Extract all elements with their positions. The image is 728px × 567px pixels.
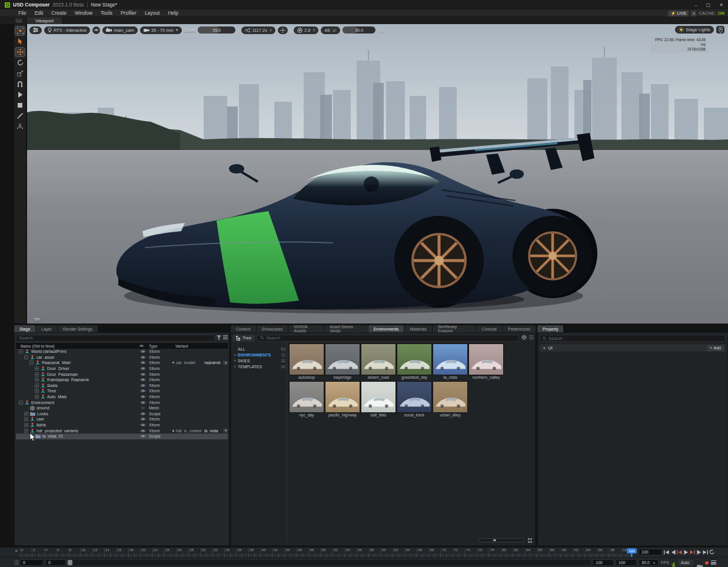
environment-item-nyc_day[interactable]: nyc_day	[289, 381, 324, 418]
expander-icon[interactable]: −	[19, 349, 23, 353]
stage-row-world-defaultprim-[interactable]: − World (defaultPrim) Xform	[16, 349, 228, 355]
category-environments[interactable]: + ENVIRONMENTS 11	[234, 352, 285, 358]
menu-create[interactable]: Create	[47, 10, 71, 16]
variant-dropdown[interactable]: ▼	[223, 361, 228, 365]
grid-view-icon[interactable]	[528, 538, 533, 543]
scale-tool-button[interactable]	[15, 69, 25, 78]
tab-viewport[interactable]: Viewport	[27, 17, 62, 24]
timeline-menu-icon[interactable]	[711, 561, 716, 565]
expander-icon[interactable]: +	[24, 429, 28, 433]
paint-tool-button[interactable]	[15, 111, 25, 120]
visibility-eye-icon[interactable]	[140, 349, 146, 353]
minimize-button[interactable]: –	[694, 2, 697, 8]
environment-item-pacific_highway[interactable]: pacific_highway	[325, 381, 360, 418]
viewport[interactable]: RTX - Interactive main_cam 35 - 70 mm ▼ …	[27, 24, 728, 323]
environment-item-grassfield_day[interactable]: grassfield_day	[397, 343, 432, 381]
play-button[interactable]	[683, 549, 689, 555]
visibility-eye-icon[interactable]	[140, 378, 146, 382]
fps-select[interactable]: 30.0▼	[639, 559, 659, 566]
prev-key-button[interactable]	[677, 549, 682, 555]
toolbar-collapse-button[interactable]: ⟨⟨	[379, 27, 383, 33]
jump-end-button[interactable]	[703, 549, 708, 555]
list-view-icon[interactable]	[529, 335, 534, 341]
tab-stage[interactable]: Stage	[14, 325, 35, 332]
tab-layer[interactable]: Layer	[36, 325, 57, 332]
timeline-close-icon[interactable]: ✕	[15, 549, 18, 553]
content-search-input[interactable]	[266, 335, 516, 341]
variant-dropdown[interactable]: ▼	[223, 428, 228, 433]
property-search-input[interactable]	[549, 336, 723, 341]
next-frame-button[interactable]	[696, 549, 702, 555]
environment-item-autoshop[interactable]: autoshop	[289, 343, 324, 381]
expander-icon[interactable]: −	[29, 361, 34, 365]
current-frame-field[interactable]: 100	[639, 549, 662, 555]
live-button[interactable]: ⚡ LIVE	[668, 11, 689, 16]
pivot-tool-button[interactable]	[15, 122, 25, 131]
thumbnail-size-slider[interactable]	[478, 538, 524, 542]
visibility-eye-icon[interactable]	[140, 406, 146, 410]
tab-showcases[interactable]: Showcases	[257, 325, 288, 332]
stage-row-koenigsegg-ragnarok[interactable]: + Koenigsegg_Ragnarok Xform	[16, 377, 228, 383]
tab-render-settings[interactable]: Render Settings	[58, 325, 98, 332]
filter-icon[interactable]	[217, 335, 221, 341]
timeline-grip-icon[interactable]	[15, 560, 18, 565]
environment-item-desert_road[interactable]: desert_road	[361, 343, 396, 381]
stage-row-ground[interactable]: + ground Mesh	[16, 405, 228, 411]
stage-row-car-asset[interactable]: − car_asset Xform	[16, 355, 228, 361]
environment-item-socal_track[interactable]: socal_track	[397, 381, 432, 418]
add-property-button[interactable]: + Add	[707, 345, 724, 351]
frame-select-tool-button[interactable]	[15, 26, 25, 35]
tab-environments[interactable]: Environments	[368, 325, 404, 332]
camera-speed-control[interactable]: 1117.2x ▲▼	[241, 26, 275, 34]
timeline-ruler[interactable]: 0246810121416182022242628303234363840424…	[20, 548, 633, 557]
stage-row-cam[interactable]: + cam Xform	[16, 416, 228, 422]
menu-profiler[interactable]: Profiler	[117, 10, 141, 16]
dock-grip-icon[interactable]	[15, 19, 22, 22]
menu-tools[interactable]: Tools	[97, 10, 117, 16]
exposure-slider[interactable]: 20.0	[343, 26, 375, 34]
range-start-field[interactable]: 0	[20, 559, 44, 566]
visibility-eye-icon[interactable]	[140, 361, 146, 365]
cursor-tool-button[interactable]	[15, 37, 25, 46]
rotate-tool-button[interactable]	[15, 58, 25, 67]
auto-exposure-toggle[interactable]: AE ✓	[321, 26, 340, 34]
stage-row-door-passenger[interactable]: + Door_Passenger Xform	[16, 371, 228, 377]
navigation-move-button[interactable]	[278, 26, 288, 34]
visibility-eye-icon[interactable]	[140, 372, 146, 376]
tab-content[interactable]: Content	[231, 325, 256, 332]
expander-icon[interactable]: +	[35, 383, 39, 388]
ui-section-header[interactable]: ▼ UI + Add	[540, 344, 726, 352]
environment-item-urban_alley[interactable]: urban_alley	[433, 381, 468, 418]
stage-row-auto-mats[interactable]: + Auto_Mats Xform	[16, 394, 228, 400]
play-tool-button[interactable]	[15, 90, 25, 99]
move-tool-button[interactable]	[15, 48, 25, 56]
expander-icon[interactable]: +	[35, 395, 39, 399]
visibility-options-button[interactable]	[92, 26, 100, 34]
stage-row-hdr-projected-variants[interactable]: + hdr_projected_variants Xform hdr_e...n…	[16, 428, 228, 433]
camera-select-button[interactable]: main_cam	[102, 26, 138, 34]
stage-lights-button[interactable]: Stage Lights	[675, 26, 714, 34]
tab-simready-explorer[interactable]: SimReady Explorer	[433, 325, 476, 332]
category-templates[interactable]: + TEMPLATES 10	[234, 363, 285, 369]
lens-select-button[interactable]: 35 - 70 mm ▼	[140, 26, 182, 34]
stage-row-seats[interactable]: + Seats Xform	[16, 383, 228, 389]
stop-tool-button[interactable]	[15, 101, 25, 109]
visibility-eye-icon[interactable]	[140, 401, 146, 405]
visibility-eye-icon[interactable]	[140, 429, 146, 433]
tab-preferences[interactable]: Preferences	[503, 325, 536, 332]
expander-icon[interactable]: +	[35, 378, 39, 382]
jump-start-button[interactable]	[664, 549, 669, 555]
stage-row-ragnarok-main[interactable]: − Ragnarok_Main Xform car_modelragnarok▼	[16, 360, 228, 366]
menu-window[interactable]: Window	[71, 10, 97, 16]
ae-checkbox[interactable]: ✓	[332, 28, 337, 32]
environment-item-northern_valley[interactable]: northern_valley	[468, 343, 504, 381]
range-end-field-2[interactable]: 100	[616, 559, 637, 566]
visibility-eye-icon[interactable]	[140, 412, 146, 416]
visibility-eye-icon[interactable]	[140, 355, 146, 359]
live-dropdown-caret[interactable]: ▾	[691, 11, 696, 16]
tab-nvidia-assets[interactable]: NVIDIA Assets	[288, 325, 324, 332]
options-icon[interactable]	[223, 335, 228, 341]
spinner-arrows-icon[interactable]: ▲▼	[313, 28, 315, 32]
auto-key-button[interactable]: Auto	[678, 559, 692, 566]
stage-row-environment[interactable]: − Environment Xform	[16, 399, 228, 405]
